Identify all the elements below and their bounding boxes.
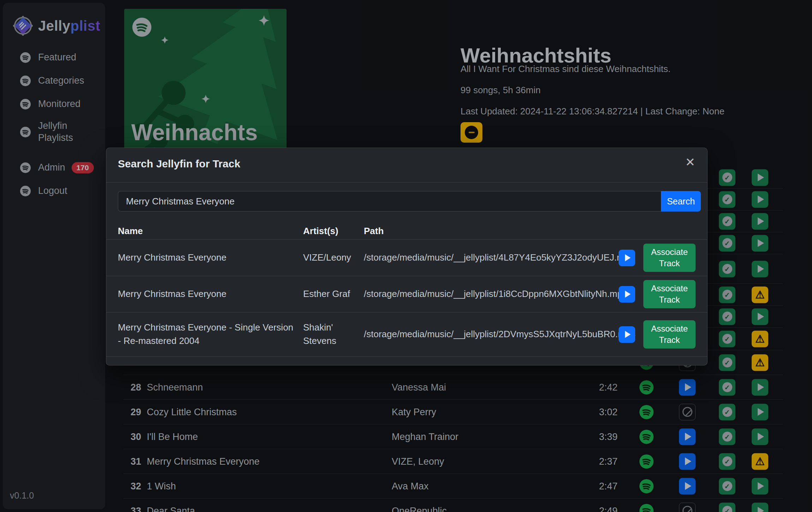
search-bar: Search bbox=[118, 191, 701, 212]
results-list: Merry Christmas Everyone VIZE/Leony /sto… bbox=[106, 239, 707, 357]
preview-play-button[interactable] bbox=[619, 250, 635, 266]
search-button[interactable]: Search bbox=[661, 191, 701, 212]
app-window: Jellyplist Featured Categories bbox=[0, 0, 812, 512]
result-name: Merry Christmas Everyone bbox=[118, 287, 303, 301]
play-icon bbox=[625, 254, 631, 261]
result-artist: VIZE/Leony bbox=[303, 251, 364, 264]
play-icon bbox=[625, 331, 631, 338]
search-result-row: Merry Christmas Everyone VIZE/Leony /sto… bbox=[106, 239, 707, 276]
column-name: Name bbox=[118, 226, 303, 237]
preview-play-button[interactable] bbox=[619, 326, 635, 343]
search-jellyfin-modal: Search Jellyfin for Track Search Name Ar… bbox=[106, 148, 708, 365]
result-path: /storage/media/music/__jellyplist/1i8CcD… bbox=[364, 287, 619, 301]
result-path: /storage/media/music/__jellyplist/4L87Y4… bbox=[364, 251, 619, 264]
column-path: Path bbox=[364, 226, 619, 237]
column-artists: Artist(s) bbox=[303, 226, 364, 237]
result-artist: Esther Graf bbox=[303, 287, 364, 301]
play-icon bbox=[625, 291, 631, 298]
result-name: Merry Christmas Everyone - Single Versio… bbox=[118, 321, 303, 347]
associate-track-button[interactable]: Associate Track bbox=[643, 244, 696, 272]
associate-track-button[interactable]: Associate Track bbox=[643, 280, 696, 309]
search-input[interactable] bbox=[118, 191, 661, 212]
result-name: Merry Christmas Everyone bbox=[118, 251, 303, 264]
result-artist: Shakin' Stevens bbox=[303, 321, 364, 347]
result-path: /storage/media/music/__jellyplist/2DVmys… bbox=[364, 328, 619, 341]
preview-play-button[interactable] bbox=[619, 286, 635, 303]
associate-track-button[interactable]: Associate Track bbox=[643, 320, 696, 349]
search-result-row: Merry Christmas Everyone - Single Versio… bbox=[106, 312, 707, 356]
search-result-row: Merry Christmas Everyone Esther Graf /st… bbox=[106, 276, 707, 312]
modal-header-divider bbox=[106, 182, 707, 183]
close-icon[interactable] bbox=[683, 156, 698, 168]
modal-title: Search Jellyfin for Track bbox=[118, 158, 240, 170]
results-header: Name Artist(s) Path bbox=[106, 223, 707, 239]
